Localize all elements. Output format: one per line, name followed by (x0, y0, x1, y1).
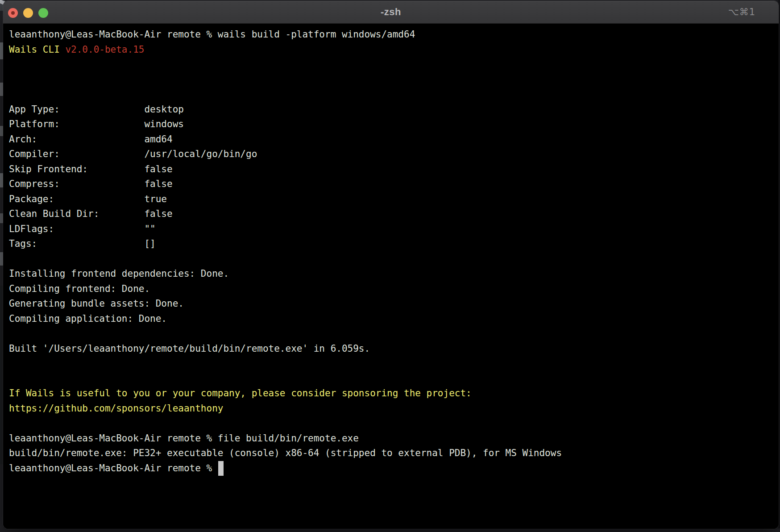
terminal-line: Compiling application: Done. (9, 312, 779, 327)
terminal-line: leaanthony@Leas-MacBook-Air remote % wai… (9, 27, 779, 42)
terminal-text-segment: Wails CLI (9, 44, 65, 55)
terminal-line: Generating bundle assets: Done. (9, 296, 779, 312)
terminal-line: Compiling frontend: Done. (9, 282, 779, 297)
terminal-line: Platform: windows (9, 117, 779, 132)
terminal-text-segment: Arch: amd64 (9, 134, 173, 145)
terminal-text-segment: Clean Build Dir: false (9, 208, 173, 219)
terminal-line (9, 72, 779, 87)
terminal-text-segment: https://github.com/sponsors/leaanthony (9, 403, 223, 414)
terminal-line: Arch: amd64 (9, 132, 779, 147)
terminal-text-segment: Compiling frontend: Done. (9, 283, 150, 294)
terminal-line: Wails CLI v2.0.0-beta.15 (9, 42, 779, 58)
terminal-text-segment: leaanthony@Leas-MacBook-Air remote % wai… (9, 29, 415, 40)
terminal-line: Tags: [] (9, 237, 779, 252)
title-bar[interactable]: -zsh ⌥⌘1 (3, 1, 779, 24)
terminal-text-segment: If Wails is useful to you or your compan… (9, 388, 472, 399)
terminal-content[interactable]: leaanthony@Leas-MacBook-Air remote % wai… (3, 24, 779, 529)
background-strip-bottom (0, 528, 780, 532)
terminal-line: leaanthony@Leas-MacBook-Air remote % (9, 461, 779, 476)
terminal-line (9, 326, 779, 341)
terminal-text-segment: leaanthony@Leas-MacBook-Air remote % (9, 463, 218, 474)
terminal-line (9, 252, 779, 267)
sponsor-url-line[interactable]: https://github.com/sponsors/leaanthony (9, 401, 779, 416)
terminal-text-segment: leaanthony@Leas-MacBook-Air remote % fil… (9, 433, 359, 444)
terminal-text-segment: Platform: windows (9, 119, 184, 129)
terminal-line: App Type: desktop (9, 102, 779, 117)
terminal-line: Built '/Users/leaanthony/remote/build/bi… (9, 341, 779, 357)
terminal-line: Compiler: /usr/local/go/bin/go (9, 147, 779, 162)
terminal-line: Skip Frontend: false (9, 162, 779, 177)
terminal-text-segment: build/bin/remote.exe: PE32+ executable (… (9, 448, 562, 458)
terminal-text-segment: Generating bundle assets: Done. (9, 298, 184, 309)
terminal-line: LDFlags: "" (9, 222, 779, 237)
terminal-line (9, 57, 779, 72)
terminal-line (9, 371, 779, 387)
terminal-text-segment: Installing frontend dependencies: Done. (9, 268, 229, 279)
terminal-line (9, 356, 779, 371)
terminal-line: Compress: false (9, 177, 779, 192)
terminal-text-segment: Compiling application: Done. (9, 313, 167, 324)
terminal-text-segment: Skip Frontend: false (9, 164, 173, 175)
terminal-line: If Wails is useful to you or your compan… (9, 386, 779, 401)
terminal-text-segment: LDFlags: "" (9, 224, 156, 234)
terminal-text-segment: Package: true (9, 194, 167, 204)
terminal-line: Installing frontend dependencies: Done. (9, 266, 779, 282)
terminal-line: build/bin/remote.exe: PE32+ executable (… (9, 446, 779, 461)
terminal-cursor (218, 461, 224, 476)
terminal-line: leaanthony@Leas-MacBook-Air remote % fil… (9, 431, 779, 446)
terminal-text-segment: Compiler: /usr/local/go/bin/go (9, 149, 257, 159)
terminal-line (9, 416, 779, 431)
terminal-line: Package: true (9, 192, 779, 207)
window-title: -zsh (3, 1, 779, 23)
terminal-line: Clean Build Dir: false (9, 207, 779, 222)
terminal-line (9, 87, 779, 102)
terminal-window: -zsh ⌥⌘1 leaanthony@Leas-MacBook-Air rem… (3, 1, 779, 529)
terminal-text-segment: Built '/Users/leaanthony/remote/build/bi… (9, 343, 370, 354)
terminal-text-segment: App Type: desktop (9, 104, 184, 115)
tab-shortcut-badge: ⌥⌘1 (728, 1, 755, 23)
terminal-text-segment: Compress: false (9, 179, 173, 189)
terminal-text-segment: Tags: [] (9, 238, 156, 249)
terminal-text-segment: v2.0.0-beta.15 (65, 44, 144, 55)
